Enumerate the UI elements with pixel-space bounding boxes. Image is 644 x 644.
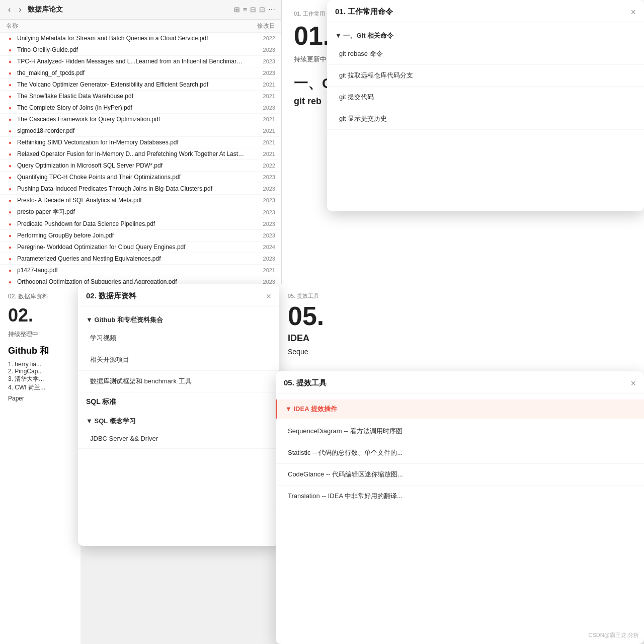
panel-02: 02. 数据库资料 × ▼ Github 和专栏资料集合 学习视频 相关开源项目… (78, 284, 279, 546)
file-list-item[interactable]: ● The Snowflake Elastic Data Warehouse.p… (0, 91, 281, 102)
continue-text-02: 持续整理中 (8, 330, 72, 339)
file-list-item[interactable]: ● Presto- A Decade of SQL Analytics at M… (0, 195, 281, 206)
file-name: The Complete Story of Joins (in HyPer).p… (17, 104, 245, 111)
paper-label-left: Paper (8, 395, 72, 402)
github-section-header: ▼ Github 和专栏资料集合 (78, 310, 279, 328)
panel-01-close-button[interactable]: × (630, 8, 636, 17)
grid-view-icon[interactable]: ⊞ (234, 6, 240, 14)
file-name: Quantifying TPC-H Choke Points and Their… (17, 174, 245, 181)
file-date: 2023 (245, 256, 275, 262)
file-name: Unifying Metadata for Stream and Batch Q… (17, 35, 245, 42)
file-list-item[interactable]: ● presto paper 学习.pdf 2023 (0, 206, 281, 218)
tab-label-05-bg: 05. 提效工具 (288, 292, 632, 300)
pdf-file-icon: ● (6, 34, 14, 42)
benchmark-item[interactable]: 数据库测试框架和 benchmark 工具 (78, 371, 279, 392)
panel-05-close-button[interactable]: × (630, 379, 636, 388)
big-title-02: 02. (8, 305, 72, 326)
file-date: 2023 (245, 174, 275, 180)
idea-triangle-icon: ▼ (285, 405, 293, 413)
file-name: Predicate Pushdown for Data Science Pipe… (17, 220, 245, 227)
statistic-item[interactable]: Statistic -- 代码的总行数、单个文件的... (276, 442, 644, 464)
file-name: Parameterized Queries and Nesting Equiva… (17, 255, 245, 262)
file-list-item[interactable]: ● Query Optimization in Microsoft SQL Se… (0, 160, 281, 172)
panel-02-header: 02. 数据库资料 × (78, 284, 279, 306)
file-name: presto paper 学习.pdf (17, 208, 245, 216)
file-list-item[interactable]: ● Predicate Pushdown for Data Science Pi… (0, 218, 281, 230)
file-list-item[interactable]: ● Unifying Metadata for Stream and Batch… (0, 33, 281, 44)
git-pull-item[interactable]: git 拉取远程仓库代码分支 (327, 65, 644, 87)
file-list-item[interactable]: ● Trino-Oreilly-Guide.pdf 2023 (0, 44, 281, 56)
file-date: 2023 (245, 209, 275, 215)
pdf-file-icon: ● (6, 220, 14, 228)
file-list-item[interactable]: ● Rethinking SIMD Vectorization for In-M… (0, 137, 281, 148)
jdbc-item[interactable]: JDBC Server && Driver (78, 429, 279, 449)
file-name: Performing GroupBy before Join.pdf (17, 232, 245, 239)
pdf-file-icon: ● (6, 243, 14, 251)
file-list-item[interactable]: ● TPC-H Analyzed- Hidden Messages and L.… (0, 56, 281, 67)
file-name: The Volcano Optimizer Generator- Extensi… (17, 81, 245, 88)
file-name: Pushing Data-Induced Predicates Through … (17, 185, 245, 192)
sql-standard-item[interactable]: SQL 标准 (78, 392, 279, 412)
column-view-icon[interactable]: ⊟ (250, 6, 256, 14)
git-triangle-icon: ▼ (335, 32, 343, 39)
file-list-item[interactable]: ● The Cascades Framework for Query Optim… (0, 114, 281, 125)
list-item-1: 1. herry lia... (8, 361, 72, 368)
pdf-file-icon: ● (6, 162, 14, 170)
pdf-file-icon: ● (6, 115, 14, 123)
pdf-file-icon: ● (6, 57, 14, 65)
file-date: 2023 (245, 221, 275, 227)
file-list-item[interactable]: ● sigmod18-reorder.pdf 2021 (0, 125, 281, 137)
file-list-item[interactable]: ● Peregrine- Workload Optimization for C… (0, 242, 281, 253)
back-button[interactable]: ‹ (6, 4, 13, 15)
gallery-view-icon[interactable]: ⊡ (259, 6, 265, 14)
view-icons: ⊞ ≡ ⊟ ⊡ ⋯ (234, 6, 275, 14)
git-commit-item[interactable]: git 提交代码 (327, 87, 644, 108)
file-list-item[interactable]: ● The Complete Story of Joins (in HyPer)… (0, 102, 281, 114)
git-log-item[interactable]: git 显示提交历史 (327, 108, 644, 130)
file-list-item[interactable]: ● Relaxed Operator Fusion for In-Memory … (0, 148, 281, 160)
col-date-header: 修改日 (245, 22, 275, 30)
file-date: 2021 (245, 82, 275, 88)
file-date: 2023 (245, 186, 275, 192)
file-date: 2021 (245, 139, 275, 145)
file-date: 2023 (245, 197, 275, 203)
sql-concept-triangle-icon: ▼ (86, 417, 94, 425)
file-list-item[interactable]: ● p1427-tang.pdf 2021 (0, 265, 281, 276)
panel-05-body: ▼ IDEA 提效插件 SequenceDiagram -- 看方法调用时序图 … (276, 393, 644, 644)
file-date: 2021 (245, 151, 275, 157)
list-item-2: 2. PingCap... (8, 368, 72, 375)
file-list-item[interactable]: ● the_making_of_tpcds.pdf 2023 (0, 67, 281, 79)
file-name: Presto- A Decade of SQL Analytics at Met… (17, 197, 245, 204)
file-date: 2022 (245, 163, 275, 169)
list-view-icon[interactable]: ≡ (243, 6, 247, 14)
opensource-item[interactable]: 相关开源项目 (78, 349, 279, 371)
github-triangle-icon: ▼ (86, 316, 94, 324)
file-list-item[interactable]: ● Performing GroupBy before Join.pdf 202… (0, 230, 281, 242)
panel-02-close-button[interactable]: × (266, 292, 271, 301)
idea-highlighted-section: ▼ IDEA 提效插件 (276, 399, 644, 419)
file-date: 2024 (245, 244, 275, 250)
col-name-header: 名称 (6, 22, 245, 30)
forward-button[interactable]: › (17, 4, 23, 15)
file-date: 2023 (245, 105, 275, 111)
file-list-item[interactable]: ● Parameterized Queries and Nesting Equi… (0, 253, 281, 265)
file-list-item[interactable]: ● The Volcano Optimizer Generator- Exten… (0, 79, 281, 91)
file-list[interactable]: ● Unifying Metadata for Stream and Batch… (0, 33, 281, 302)
list-item-3: 3. 清华大学... (8, 375, 72, 383)
git-rebase-item[interactable]: git rebase 命令 (327, 43, 644, 65)
sequence-diagram-item[interactable]: SequenceDiagram -- 看方法调用时序图 (276, 421, 644, 442)
file-list-item[interactable]: ● Pushing Data-Induced Predicates Throug… (0, 183, 281, 195)
panel-05-header: 05. 提效工具 × (276, 371, 644, 393)
more-view-icon[interactable]: ⋯ (268, 6, 275, 14)
video-item[interactable]: 学习视频 (78, 328, 279, 349)
file-browser: ‹ › 数据库论文 ⊞ ≡ ⊟ ⊡ ⋯ 名称 修改日 ● Unifying Me… (0, 0, 282, 302)
translation-item[interactable]: Translation -- IDEA 中非常好用的翻译... (276, 486, 644, 507)
toolbar: ‹ › 数据库论文 ⊞ ≡ ⊟ ⊡ ⋯ (0, 0, 281, 20)
file-name: TPC-H Analyzed- Hidden Messages and L...… (17, 58, 245, 65)
file-list-item[interactable]: ● Quantifying TPC-H Choke Points and The… (0, 172, 281, 183)
panel-02-title: 02. 数据库资料 (86, 291, 136, 301)
codeglance-item[interactable]: CodeGlance -- 代码编辑区迷你缩放图... (276, 464, 644, 486)
file-date: 2022 (245, 35, 275, 41)
pdf-file-icon: ● (6, 255, 14, 263)
pdf-file-icon: ● (6, 173, 14, 181)
